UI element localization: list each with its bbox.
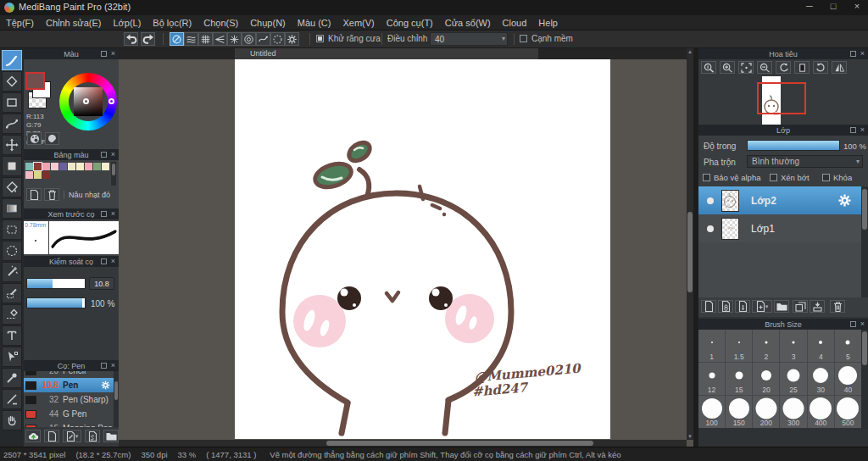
- minimize-button[interactable]: ─: [798, 1, 821, 11]
- menu-mau[interactable]: Màu (C): [292, 18, 337, 28]
- popout-icon[interactable]: [850, 321, 856, 327]
- redo-button[interactable]: [141, 32, 155, 46]
- popout-icon[interactable]: [101, 363, 107, 369]
- close-button[interactable]: ×: [846, 1, 868, 11]
- flip-horizontal-button[interactable]: [832, 61, 847, 74]
- add-layer-menu-button[interactable]: ▾: [752, 300, 772, 313]
- canvas-horizontal-scrollbar[interactable]: [119, 440, 687, 447]
- fill-shape-tool-button[interactable]: [2, 156, 22, 176]
- brush-size-option[interactable]: 400: [808, 396, 834, 428]
- add-layer-button[interactable]: [701, 300, 716, 313]
- palette-swatch[interactable]: [93, 163, 101, 170]
- palette-swatch[interactable]: [34, 171, 42, 179]
- snap-concentric-button[interactable]: [242, 32, 256, 46]
- palette-swatch[interactable]: [85, 163, 92, 170]
- palette-swatch[interactable]: [25, 171, 33, 179]
- palette-swatch-selected[interactable]: [34, 163, 42, 170]
- add-1bit-layer-button[interactable]: [735, 300, 750, 313]
- new-brush-button[interactable]: [44, 430, 59, 442]
- script-brush-button[interactable]: [85, 430, 100, 442]
- menu-help[interactable]: Help: [532, 18, 564, 28]
- menu-tep[interactable]: Tệp(F): [0, 18, 40, 28]
- eraser-tool-button[interactable]: [2, 71, 22, 92]
- snap-vanishing-button[interactable]: [213, 32, 227, 46]
- bucket-tool-button[interactable]: [2, 177, 22, 197]
- snap-ellipse-button[interactable]: [270, 32, 285, 46]
- lasso-tool-button[interactable]: [2, 241, 22, 261]
- document-tab[interactable]: Untitled: [235, 48, 538, 59]
- menu-lop[interactable]: Lớp(L): [107, 18, 147, 28]
- brush-size-option[interactable]: 500: [835, 396, 861, 428]
- palette-swatch[interactable]: [42, 163, 50, 170]
- new-brush-menu-button[interactable]: ▾: [63, 430, 81, 442]
- palette-edit-button[interactable]: [45, 132, 59, 145]
- brush-folder-button[interactable]: [103, 430, 119, 442]
- popout-icon[interactable]: [850, 51, 856, 57]
- brush-size-option[interactable]: 100: [698, 396, 725, 428]
- layer-settings-gear-icon[interactable]: [838, 194, 851, 207]
- brush-size-slider[interactable]: [26, 278, 86, 289]
- menu-cua-so[interactable]: Cửa sổ(W): [439, 18, 497, 28]
- menu-chinh-sua[interactable]: Chỉnh sửa(E): [40, 18, 107, 28]
- layer-row-lop1[interactable]: Lớp1: [698, 214, 861, 242]
- brush-size-option[interactable]: 25: [780, 363, 806, 395]
- zoom-out-button[interactable]: [757, 61, 772, 74]
- layer-blend-dropdown[interactable]: Bình thường ▾: [747, 155, 863, 168]
- text-tool-button[interactable]: [2, 325, 22, 346]
- foreground-color-swatch[interactable]: [25, 72, 45, 90]
- canvas-document[interactable]: @Mumme0210 #hd247: [235, 59, 610, 439]
- delete-layer-button[interactable]: [830, 300, 845, 313]
- palette-swatch[interactable]: [42, 171, 50, 179]
- brush-size-option[interactable]: 2: [753, 330, 779, 362]
- cloud-brush-button[interactable]: [25, 430, 41, 442]
- palette-swatch[interactable]: [68, 163, 75, 170]
- zoom-in-button[interactable]: [720, 61, 735, 74]
- scroll-up-icon[interactable]: ▲: [687, 49, 693, 54]
- brush-size-option[interactable]: 40: [835, 363, 861, 395]
- close-icon[interactable]: ×: [111, 149, 115, 160]
- brush-size-option[interactable]: 300: [780, 396, 806, 428]
- shape-tool-button[interactable]: [2, 92, 22, 113]
- menu-cloud[interactable]: Cloud: [497, 18, 533, 28]
- layer-opacity-slider[interactable]: [747, 140, 840, 151]
- brush-size-option[interactable]: 1.5: [726, 330, 752, 362]
- layer-visibility-icon[interactable]: [707, 197, 714, 204]
- fit-screen-button[interactable]: [738, 61, 754, 74]
- soft-edge-checkbox[interactable]: [520, 35, 527, 42]
- magic-wand-tool-button[interactable]: [2, 262, 22, 282]
- brush-item-pen-sharp[interactable]: 32 Pen (Sharp): [24, 392, 114, 407]
- select-tool-button[interactable]: [2, 219, 22, 240]
- close-icon[interactable]: ×: [111, 48, 115, 59]
- brush-size-value[interactable]: 10.8: [89, 277, 114, 290]
- rotate-right-button[interactable]: [813, 61, 828, 74]
- operate-tool-button[interactable]: [2, 347, 22, 367]
- palette-swatch[interactable]: [102, 163, 109, 170]
- brush-tool-button[interactable]: [2, 50, 22, 70]
- popout-icon[interactable]: [101, 211, 107, 217]
- snap-parallel-button[interactable]: [184, 32, 198, 46]
- antialias-checkbox[interactable]: [316, 35, 324, 42]
- eyedropper-tool-button[interactable]: [2, 368, 22, 388]
- palette-mode-button[interactable]: [27, 132, 42, 145]
- layer-row-lop2[interactable]: Lớp2: [698, 186, 861, 214]
- popout-icon[interactable]: [850, 127, 856, 133]
- close-icon[interactable]: ×: [111, 360, 115, 371]
- adjust-dropdown[interactable]: 40 ▾: [430, 32, 508, 46]
- popout-icon[interactable]: [101, 258, 107, 264]
- brush-size-option[interactable]: 20: [753, 363, 779, 395]
- close-icon[interactable]: ×: [860, 125, 865, 136]
- maximize-button[interactable]: □: [822, 1, 844, 11]
- hand-tool-button[interactable]: [2, 410, 22, 430]
- snap-radial-button[interactable]: [227, 32, 242, 46]
- palette-swatch[interactable]: [59, 163, 67, 170]
- brush-item-pencil[interactable]: 20 Pencil: [24, 371, 114, 378]
- add-folder-button[interactable]: [774, 300, 789, 313]
- palette-swatch[interactable]: [25, 163, 33, 170]
- palette-swatch[interactable]: [76, 163, 84, 170]
- brush-item-pen-selected[interactable]: 10.8 Pen: [24, 378, 114, 392]
- close-icon[interactable]: ×: [860, 319, 865, 330]
- add-color-button[interactable]: [26, 188, 42, 201]
- brush-opacity-slider[interactable]: [26, 297, 86, 308]
- popout-icon[interactable]: [101, 51, 107, 57]
- brush-size-option[interactable]: 12: [698, 363, 725, 395]
